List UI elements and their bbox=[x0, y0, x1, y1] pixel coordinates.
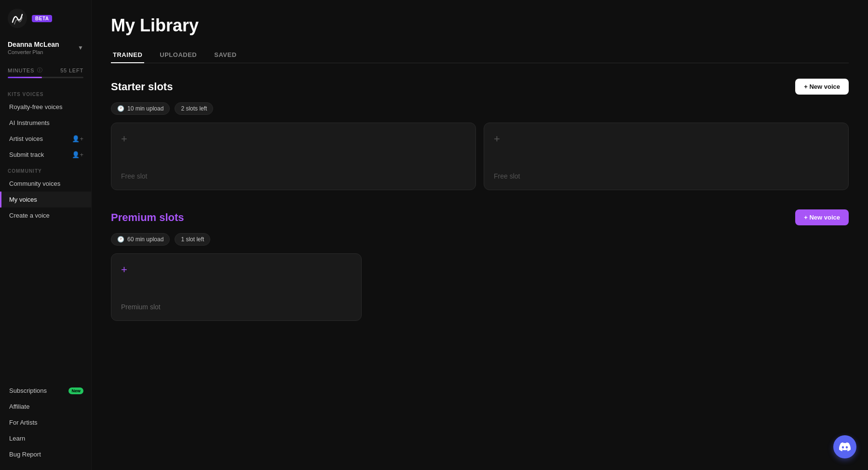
user-info: Deanna McLean Converter Plan bbox=[8, 41, 59, 55]
starter-upload-label: 10 min upload bbox=[127, 105, 163, 112]
user-section[interactable]: Deanna McLean Converter Plan ▼ bbox=[0, 36, 91, 63]
clock-icon: 🕐 bbox=[117, 236, 124, 243]
for-artists-label: For Artists bbox=[9, 419, 38, 426]
tab-saved[interactable]: SAVED bbox=[212, 47, 238, 63]
submit-track-label: Submit track bbox=[9, 151, 44, 158]
user-name: Deanna McLean bbox=[8, 41, 59, 48]
sidebar-item-learn[interactable]: Learn bbox=[0, 430, 91, 446]
tabs-bar: TRAINED UPLOADED SAVED bbox=[111, 47, 849, 63]
plus-icon: + bbox=[121, 263, 127, 276]
premium-slots-grid: + Premium slot bbox=[111, 253, 849, 321]
premium-slots-header: Premium slots + New voice bbox=[111, 209, 849, 225]
minutes-label: MINUTES ⓘ 55 left bbox=[8, 67, 83, 74]
new-badge: New bbox=[68, 387, 83, 394]
main-content: My Library TRAINED UPLOADED SAVED Starte… bbox=[92, 0, 868, 470]
subscriptions-label: Subscriptions bbox=[9, 387, 47, 394]
page-title: My Library bbox=[111, 15, 849, 36]
info-icon: ⓘ bbox=[37, 67, 43, 74]
chevron-down-icon: ▼ bbox=[78, 44, 83, 51]
premium-upload-label: 60 min upload bbox=[127, 236, 163, 243]
premium-slots-section: Premium slots + New voice 🕐 60 min uploa… bbox=[111, 209, 849, 321]
community-voices-label: Community voices bbox=[9, 180, 60, 187]
starter-slot-card-2[interactable]: + Free slot bbox=[484, 123, 849, 190]
starter-slots-header: Starter slots + New voice bbox=[111, 79, 849, 95]
premium-slots-title: Premium slots bbox=[111, 211, 184, 224]
premium-slots-left-badge: 1 slot left bbox=[175, 233, 210, 246]
tab-trained[interactable]: TRAINED bbox=[111, 47, 144, 63]
create-a-voice-label: Create a voice bbox=[9, 212, 50, 219]
premium-slot-badges: 🕐 60 min upload 1 slot left bbox=[111, 233, 849, 246]
beta-badge: BETA bbox=[32, 15, 52, 22]
minutes-progress-bar bbox=[8, 77, 83, 78]
starter-slot-badges: 🕐 10 min upload 2 slots left bbox=[111, 102, 849, 115]
starter-upload-badge: 🕐 10 min upload bbox=[111, 102, 170, 115]
starter-slots-grid: + Free slot + Free slot bbox=[111, 123, 849, 190]
starter-slot-1-label: Free slot bbox=[121, 172, 147, 180]
starter-slots-left-badge: 2 slots left bbox=[175, 102, 213, 115]
premium-slot-card-1[interactable]: + Premium slot bbox=[111, 253, 362, 321]
premium-new-voice-button[interactable]: + New voice bbox=[795, 209, 849, 225]
artist-voices-icon: 👤+ bbox=[72, 135, 83, 142]
kits-section-label: KITS VOICES bbox=[0, 86, 91, 99]
discord-icon bbox=[839, 441, 851, 453]
sidebar-item-for-artists[interactable]: For Artists bbox=[0, 415, 91, 430]
royalty-free-label: Royalty-free voices bbox=[9, 103, 63, 111]
learn-label: Learn bbox=[9, 435, 25, 442]
tab-uploaded[interactable]: UPLOADED bbox=[158, 47, 199, 63]
discord-button[interactable] bbox=[833, 435, 856, 458]
starter-slots-left-label: 2 slots left bbox=[181, 105, 207, 112]
starter-new-voice-button[interactable]: + New voice bbox=[795, 79, 849, 95]
starter-slot-2-label: Free slot bbox=[494, 172, 520, 180]
sidebar-item-affiliate[interactable]: Affiliate bbox=[0, 399, 91, 415]
sidebar-item-submit-track[interactable]: Submit track 👤+ bbox=[0, 147, 91, 163]
sidebar-item-my-voices[interactable]: My voices bbox=[0, 192, 91, 207]
sidebar: BETA Deanna McLean Converter Plan ▼ MINU… bbox=[0, 0, 92, 470]
starter-slot-card-1[interactable]: + Free slot bbox=[111, 123, 476, 190]
user-plan: Converter Plan bbox=[8, 49, 59, 55]
sidebar-item-create-a-voice[interactable]: Create a voice bbox=[0, 207, 91, 223]
app-logo bbox=[8, 9, 27, 28]
sidebar-item-ai-instruments[interactable]: AI Instruments bbox=[0, 115, 91, 131]
starter-slots-section: Starter slots + New voice 🕐 10 min uploa… bbox=[111, 79, 849, 190]
sidebar-item-bug-report[interactable]: Bug Report bbox=[0, 446, 91, 462]
sidebar-item-subscriptions[interactable]: Subscriptions New bbox=[0, 383, 91, 399]
sidebar-item-community-voices[interactable]: Community voices bbox=[0, 176, 91, 192]
premium-upload-badge: 🕐 60 min upload bbox=[111, 233, 170, 246]
community-section-label: COMMUNITY bbox=[0, 163, 91, 176]
minutes-left: 55 left bbox=[60, 68, 83, 73]
artist-voices-label: Artist voices bbox=[9, 135, 43, 142]
plus-icon: + bbox=[121, 133, 127, 145]
ai-instruments-label: AI Instruments bbox=[9, 119, 50, 126]
premium-slot-1-label: Premium slot bbox=[121, 303, 161, 311]
bug-report-label: Bug Report bbox=[9, 451, 41, 458]
plus-icon: + bbox=[494, 133, 500, 145]
my-voices-label: My voices bbox=[9, 196, 37, 203]
affiliate-label: Affiliate bbox=[9, 403, 29, 410]
premium-slots-left-label: 1 slot left bbox=[181, 236, 204, 243]
sidebar-item-royalty-free-voices[interactable]: Royalty-free voices bbox=[0, 99, 91, 115]
submit-track-icon: 👤+ bbox=[72, 151, 83, 158]
minutes-progress-fill bbox=[8, 77, 42, 78]
logo-section: BETA bbox=[0, 0, 91, 36]
clock-icon: 🕐 bbox=[117, 105, 124, 112]
sidebar-item-artist-voices[interactable]: Artist voices 👤+ bbox=[0, 131, 91, 147]
minutes-section: MINUTES ⓘ 55 left bbox=[0, 63, 91, 86]
starter-slots-title: Starter slots bbox=[111, 81, 173, 93]
